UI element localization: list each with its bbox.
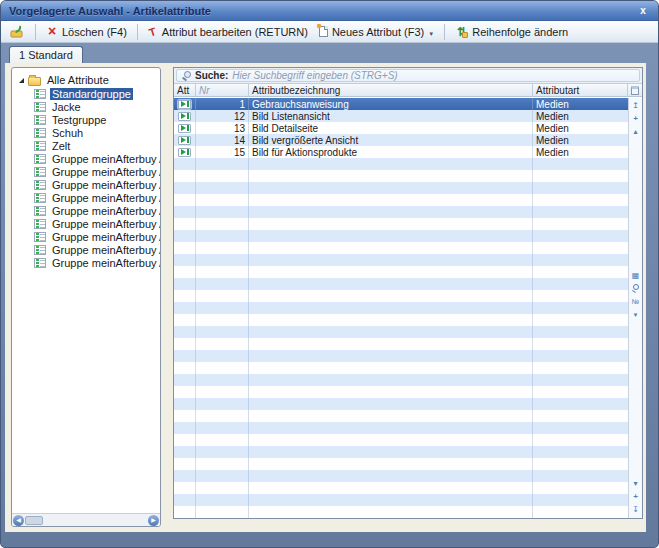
attributart-cell bbox=[533, 302, 628, 314]
attribute-type-cell bbox=[174, 326, 196, 338]
select-columns-icon[interactable] bbox=[630, 270, 642, 282]
tree-item[interactable]: Zelt bbox=[12, 139, 160, 152]
attribute-type-cell bbox=[174, 170, 196, 182]
table-row[interactable] bbox=[174, 206, 628, 218]
scroll-up-icon[interactable] bbox=[630, 126, 642, 138]
tree-item-label: Gruppe meinAfterbuy ART00073 bbox=[50, 153, 160, 165]
column-chooser-icon bbox=[631, 86, 639, 95]
table-row[interactable]: 15Bild für AktionsprodukteMedien bbox=[174, 146, 628, 158]
column-header-nr[interactable]: Nr bbox=[196, 84, 249, 96]
nr-cell bbox=[196, 374, 249, 386]
column-header-att[interactable]: Att bbox=[174, 84, 196, 96]
table-row[interactable] bbox=[174, 470, 628, 482]
scroll-to-top-icon[interactable] bbox=[630, 100, 642, 112]
table-row[interactable] bbox=[174, 458, 628, 470]
table-row[interactable] bbox=[174, 278, 628, 290]
row-number-icon[interactable] bbox=[630, 296, 642, 308]
nr-cell bbox=[196, 470, 249, 482]
table-row[interactable] bbox=[174, 374, 628, 386]
column-chooser-button[interactable] bbox=[628, 84, 642, 96]
table-row[interactable] bbox=[174, 290, 628, 302]
close-icon[interactable]: x bbox=[636, 4, 650, 17]
table-row[interactable] bbox=[174, 506, 628, 518]
edit-attribute-button[interactable]: Attribut bearbeiten (RETURN) bbox=[144, 24, 312, 40]
column-header-attributbezeichnung[interactable]: Attributbezeichnung bbox=[249, 84, 533, 96]
tree-item[interactable]: Gruppe meinAfterbuy ART00080 bbox=[12, 230, 160, 243]
table-row[interactable] bbox=[174, 446, 628, 458]
attributbezeichnung-cell bbox=[249, 194, 533, 206]
reorder-button[interactable]: Reihenfolge ändern bbox=[451, 23, 572, 41]
table-row[interactable] bbox=[174, 170, 628, 182]
attributbezeichnung-cell bbox=[249, 230, 533, 242]
table-row[interactable]: 14Bild vergrößerte AnsichtMedien bbox=[174, 134, 628, 146]
chevron-down-icon[interactable] bbox=[428, 26, 434, 38]
table-row[interactable] bbox=[174, 194, 628, 206]
new-attribute-button[interactable]: Neues Attribut (F3) bbox=[315, 24, 438, 40]
nr-cell bbox=[196, 458, 249, 470]
table-row[interactable]: 13Bild DetailseiteMedien bbox=[174, 122, 628, 134]
scrollbar-thumb[interactable] bbox=[25, 516, 43, 525]
table-row[interactable] bbox=[174, 314, 628, 326]
scroll-down-icon[interactable] bbox=[630, 478, 642, 490]
attributbezeichnung-cell bbox=[249, 458, 533, 470]
tree-root[interactable]: Alle Attribute bbox=[12, 73, 160, 87]
table-row[interactable] bbox=[174, 230, 628, 242]
table-row[interactable] bbox=[174, 338, 628, 350]
tree-item[interactable]: Gruppe meinAfterbuy ART00082 bbox=[12, 256, 160, 269]
toolbar-separator bbox=[35, 24, 36, 40]
tree-item[interactable]: Gruppe meinAfterbuy ART00075 bbox=[12, 178, 160, 191]
attributbezeichnung-cell bbox=[249, 326, 533, 338]
nr-cell bbox=[196, 350, 249, 362]
table-row[interactable] bbox=[174, 266, 628, 278]
scroll-right-icon[interactable]: ▶ bbox=[148, 515, 159, 526]
table-row[interactable] bbox=[174, 434, 628, 446]
tree-item[interactable]: Gruppe meinAfterbuy ART00074 bbox=[12, 165, 160, 178]
table-row[interactable] bbox=[174, 182, 628, 194]
media-icon bbox=[178, 136, 191, 145]
table-row[interactable] bbox=[174, 494, 628, 506]
table-row[interactable]: 12Bild ListenansichtMedien bbox=[174, 110, 628, 122]
table-row[interactable] bbox=[174, 242, 628, 254]
table-row[interactable] bbox=[174, 398, 628, 410]
tab-standard[interactable]: 1 Standard bbox=[9, 46, 83, 63]
table-row[interactable] bbox=[174, 254, 628, 266]
zoom-icon[interactable] bbox=[630, 283, 642, 295]
delete-button[interactable]: Löschen (F4) bbox=[42, 23, 131, 40]
expander-icon[interactable] bbox=[19, 78, 24, 83]
scroll-to-bottom-icon[interactable] bbox=[630, 504, 642, 516]
import-button[interactable] bbox=[5, 23, 29, 41]
tree-item[interactable]: Gruppe meinAfterbuy ART00079 bbox=[12, 217, 160, 230]
tree-item[interactable]: Schuh bbox=[12, 126, 160, 139]
tree-horizontal-scrollbar[interactable]: ◀ ▶ bbox=[12, 513, 160, 526]
tree-item[interactable]: Gruppe meinAfterbuy ART00081 bbox=[12, 243, 160, 256]
tree-item[interactable]: Jacke bbox=[12, 100, 160, 113]
table-row[interactable] bbox=[174, 482, 628, 494]
scroll-left-icon[interactable]: ◀ bbox=[13, 515, 24, 526]
tree-item[interactable]: Testgruppe bbox=[12, 113, 160, 126]
table-row[interactable] bbox=[174, 302, 628, 314]
attribute-type-cell bbox=[174, 230, 196, 242]
table-row[interactable] bbox=[174, 218, 628, 230]
table-row[interactable] bbox=[174, 410, 628, 422]
column-header-attributart[interactable]: Attributart bbox=[533, 84, 628, 96]
tree-item[interactable]: Gruppe meinAfterbuy ART00076 bbox=[12, 191, 160, 204]
scroll-drag-icon[interactable] bbox=[630, 113, 642, 125]
attributart-cell bbox=[533, 266, 628, 278]
nr-cell bbox=[196, 506, 249, 518]
nr-cell bbox=[196, 182, 249, 194]
tree-item[interactable]: Gruppe meinAfterbuy ART00078 bbox=[12, 204, 160, 217]
table-row[interactable] bbox=[174, 422, 628, 434]
attributart-cell bbox=[533, 458, 628, 470]
filter-icon[interactable] bbox=[630, 309, 642, 321]
table-row[interactable] bbox=[174, 158, 628, 170]
tree-item[interactable]: Gruppe meinAfterbuy ART00073 bbox=[12, 152, 160, 165]
table-row[interactable] bbox=[174, 326, 628, 338]
table-row[interactable]: 1GebrauchsanweisungMedien bbox=[174, 98, 628, 110]
search-input[interactable]: Suche: Hier Suchbegriff eingeben (STRG+S… bbox=[176, 69, 640, 82]
table-row[interactable] bbox=[174, 350, 628, 362]
tree-item[interactable]: Standardgruppe bbox=[12, 87, 160, 100]
scroll-drag-icon[interactable] bbox=[630, 491, 642, 503]
table-row[interactable] bbox=[174, 362, 628, 374]
search-row: Suche: Hier Suchbegriff eingeben (STRG+S… bbox=[174, 68, 642, 84]
table-row[interactable] bbox=[174, 386, 628, 398]
